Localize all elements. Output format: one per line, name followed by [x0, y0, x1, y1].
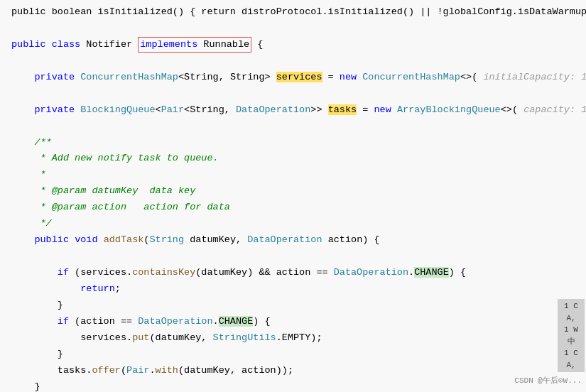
- code-line-17: if (services.containsKey(datumKey) && ac…: [9, 265, 586, 281]
- code-line-7: private BlockingQueue<Pair<String, DataO…: [9, 102, 586, 119]
- code-line-8: [9, 119, 586, 135]
- code-line-10: * Add new notify task to queue.: [9, 151, 586, 167]
- code-line-6: [9, 86, 586, 102]
- implements-runnable-box: implements Runnable: [138, 37, 251, 53]
- csdn-watermark: CSDN @午后⊙W...: [514, 374, 582, 388]
- watermark: 1 C A, 1 W 中 1 C A,: [558, 299, 585, 372]
- code-line-2: [9, 21, 586, 37]
- code-line-19: }: [9, 298, 586, 314]
- code-line-24: }: [9, 379, 586, 392]
- code-line-20: if (action == DataOperation.CHANGE) {: [9, 314, 586, 330]
- change-highlight-2: CHANGE: [219, 316, 254, 327]
- services-highlight: services: [276, 72, 322, 82]
- code-line-9: /**: [9, 135, 586, 151]
- change-highlight-1: CHANGE: [414, 267, 449, 278]
- code-line-23: tasks.offer(Pair.with(datumKey, action))…: [9, 363, 586, 379]
- code-line-16: [9, 249, 586, 265]
- code-line-13: * @param action action for data: [9, 200, 586, 216]
- code-line-18: return;: [9, 281, 586, 298]
- code-line-22: }: [9, 347, 586, 363]
- code-line-1: public boolean isInitialized() { return …: [9, 4, 586, 21]
- code-line-11: *: [9, 167, 586, 183]
- code-line-15: public void addTask(String datumKey, Dat…: [9, 232, 586, 249]
- code-line-3: public class Notifier implements Runnabl…: [9, 37, 586, 53]
- code-line-21: services.put(datumKey, StringUtils.EMPTY…: [9, 330, 586, 347]
- code-line-5: private ConcurrentHashMap<String, String…: [9, 70, 586, 86]
- code-line-14: */: [9, 216, 586, 232]
- code-editor: public boolean isInitialized() { return …: [0, 0, 586, 392]
- tasks-highlight: tasks: [328, 104, 357, 115]
- code-line-12: * @param datumKey data key: [9, 183, 586, 200]
- code-line-4: [9, 53, 586, 70]
